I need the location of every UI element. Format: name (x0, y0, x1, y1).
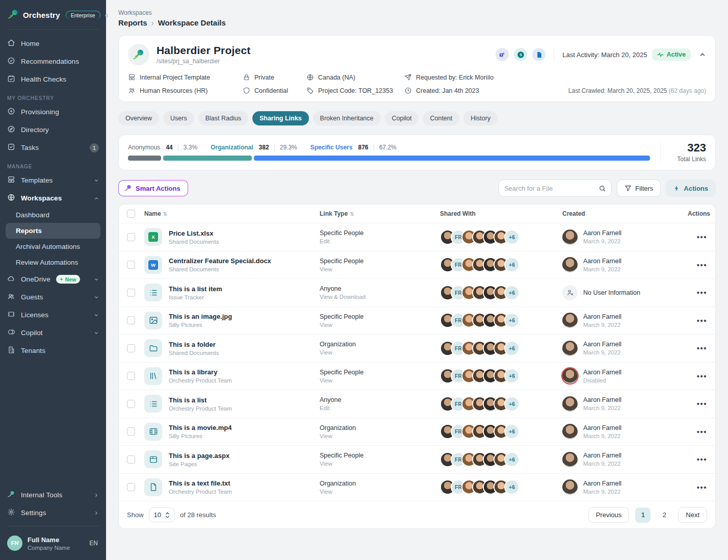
sharepoint-icon[interactable]: S (514, 48, 527, 61)
sidebar-item-recommendations[interactable]: Recommendations (0, 53, 106, 70)
row-actions-menu[interactable]: ••• (697, 372, 707, 380)
sidebar-item-provisioning[interactable]: Provisioning (0, 103, 106, 121)
meta-sensitivity: Confidential (243, 87, 306, 94)
tab-blast-radius[interactable]: Blast Radius (198, 111, 248, 125)
row-checkbox[interactable] (127, 261, 135, 269)
stepper-icon (165, 512, 170, 519)
more-avatars-badge[interactable]: +6 (504, 285, 519, 300)
cloud-icon (7, 274, 15, 284)
row-checkbox[interactable] (127, 455, 135, 464)
sidebar-item-health-checks[interactable]: Health Checks (0, 70, 106, 88)
table-row: This is a libraryOrchestry Product Team … (119, 362, 715, 390)
more-avatars-badge[interactable]: +6 (504, 313, 519, 328)
smart-actions-button[interactable]: Smart Actions (119, 181, 188, 196)
select-all-checkbox[interactable] (127, 210, 135, 218)
column-header-link-type: Link Type (320, 210, 348, 217)
breadcrumb-parent[interactable]: Reports (118, 18, 147, 27)
sidebar-item-licenses[interactable]: Licenses (0, 306, 106, 324)
more-avatars-badge[interactable]: +6 (504, 257, 519, 272)
sort-icon[interactable]: ⇅ (350, 211, 354, 217)
document-icon[interactable] (532, 48, 545, 61)
chevron-right-icon (94, 511, 99, 516)
plus-circle-icon (7, 107, 15, 117)
teams-icon[interactable]: T (496, 48, 509, 61)
more-avatars-badge[interactable]: +6 (504, 341, 519, 356)
table-header-row: Name⇅ Link Type⇅ Shared With Created Act… (119, 205, 715, 223)
tab-users[interactable]: Users (163, 111, 194, 125)
image-icon (144, 312, 162, 329)
tab-content[interactable]: Content (423, 111, 459, 125)
column-header-shared-with: Shared With (440, 210, 562, 217)
tab-history[interactable]: History (463, 111, 498, 125)
row-actions-menu[interactable]: ••• (697, 316, 707, 325)
breadcrumb-root[interactable]: Workspaces (118, 9, 716, 16)
sidebar-item-dashboard[interactable]: Dashboard (0, 207, 106, 223)
sidebar-item-home[interactable]: Home (0, 35, 106, 53)
sidebar-item-templates[interactable]: Templates (0, 171, 106, 189)
main-content: Workspaces Reports › Workspace Details H… (106, 0, 728, 560)
row-actions-menu[interactable]: ••• (697, 288, 707, 297)
shared-with-avatars: FR+6 (440, 479, 562, 495)
sidebar-item-archival-automations[interactable]: Archival Automations (0, 239, 106, 254)
sidebar-item-workspaces[interactable]: Workspaces (0, 189, 106, 207)
sidebar-item-copilot[interactable]: Copilot (0, 324, 106, 342)
tab-overview[interactable]: Overview (118, 111, 159, 125)
tab-sharing-links[interactable]: Sharing Links (252, 111, 309, 125)
row-actions-menu[interactable]: ••• (697, 483, 707, 492)
more-avatars-badge[interactable]: +6 (504, 396, 519, 412)
row-actions-menu[interactable]: ••• (697, 261, 707, 269)
library-icon (144, 367, 162, 385)
creator-avatar (562, 230, 578, 245)
anonymous-segment (128, 156, 161, 161)
row-checkbox[interactable] (127, 316, 135, 324)
row-checkbox[interactable] (127, 427, 135, 436)
more-avatars-badge[interactable]: +6 (504, 479, 519, 495)
more-avatars-badge[interactable]: +6 (504, 424, 519, 439)
more-avatars-badge[interactable]: +6 (504, 452, 519, 467)
row-actions-menu[interactable]: ••• (697, 455, 707, 464)
row-actions-menu[interactable]: ••• (697, 344, 707, 352)
shield-icon (243, 87, 250, 94)
row-checkbox[interactable] (127, 344, 135, 352)
more-avatars-badge[interactable]: +6 (504, 230, 519, 245)
project-logo-icon (128, 44, 149, 65)
row-checkbox[interactable] (127, 233, 135, 241)
search-input[interactable] (504, 185, 599, 192)
sidebar-item-guests[interactable]: Guests (0, 288, 106, 306)
row-checkbox[interactable] (127, 400, 135, 408)
user-profile[interactable]: FN Full Name Company Name EN (0, 530, 106, 560)
row-checkbox[interactable] (127, 483, 135, 491)
sidebar-item-internal-tools[interactable]: Internal Tools (0, 486, 106, 504)
page-number-2[interactable]: 2 (657, 507, 672, 523)
row-actions-menu[interactable]: ••• (697, 399, 707, 408)
sidebar-item-onedrive[interactable]: OneDrive New (0, 270, 106, 288)
sidebar-item-review-automations[interactable]: Review Automations (0, 254, 106, 270)
sidebar-item-tasks[interactable]: Tasks 1 (0, 139, 106, 157)
sidebar-item-reports[interactable]: Reports (6, 223, 100, 239)
more-avatars-badge[interactable]: +6 (504, 368, 519, 384)
page-size-select[interactable]: 10 (149, 507, 175, 522)
previous-page-button[interactable]: Previous (588, 507, 630, 523)
tab-copilot[interactable]: Copilot (385, 111, 419, 125)
actions-button[interactable]: Actions (666, 180, 716, 197)
row-actions-menu[interactable]: ••• (697, 233, 707, 241)
sort-icon[interactable]: ⇅ (163, 211, 167, 217)
sidebar-item-tenants[interactable]: Tenants (0, 342, 106, 360)
language-selector[interactable]: EN (89, 540, 98, 547)
row-actions-menu[interactable]: ••• (697, 427, 707, 436)
row-checkbox[interactable] (127, 289, 135, 297)
tab-broken-inheritance[interactable]: Broken Inheritance (313, 111, 381, 125)
section-label-manage: MANAGE (0, 157, 106, 171)
file-search (499, 180, 612, 197)
chevron-down-icon (94, 313, 99, 318)
next-page-button[interactable]: Next (678, 507, 707, 523)
filters-button[interactable]: Filters (617, 180, 661, 197)
row-checkbox[interactable] (127, 372, 135, 380)
sidebar-item-settings[interactable]: Settings (0, 504, 106, 522)
table-row: This is a text file.txtOrchestry Product… (119, 473, 715, 501)
last-activity-label: Last Activity: March 20, 2025 (562, 51, 647, 59)
collapse-panel-icon[interactable] (699, 51, 706, 58)
sidebar-item-directory[interactable]: Directory (0, 121, 106, 139)
page-number-1[interactable]: 1 (635, 507, 651, 523)
app-window: Orchestry Enterprise « Home Recommendati… (0, 0, 728, 560)
